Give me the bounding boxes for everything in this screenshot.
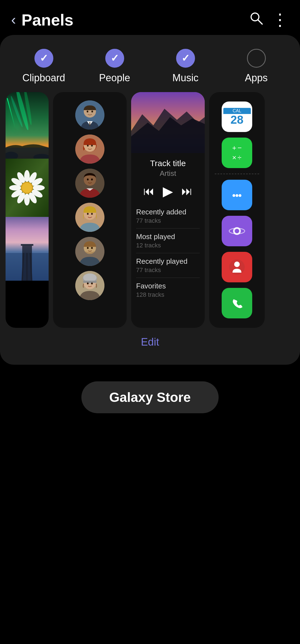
people-checkbox[interactable]: ✓ <box>105 49 124 68</box>
app-cut-icon[interactable] <box>222 252 252 282</box>
svg-point-57 <box>91 283 93 285</box>
people-label: People <box>99 72 130 84</box>
svg-point-49 <box>87 247 89 249</box>
apps-checkbox[interactable]: ✓ <box>247 49 266 68</box>
playlist-item-count: 12 tracks <box>136 242 200 249</box>
edit-button[interactable]: Edit <box>141 336 159 348</box>
calendar-header-text: CAL <box>232 108 241 113</box>
svg-point-23 <box>22 183 32 193</box>
galaxy-store-button[interactable]: Galaxy Store <box>81 381 218 413</box>
svg-point-65 <box>235 229 239 233</box>
music-artwork <box>131 92 205 153</box>
playlist-item[interactable]: Favorites 128 tracks <box>136 278 200 302</box>
playlist-item-title: Favorites <box>136 282 200 290</box>
northern-lights-image <box>6 92 49 159</box>
svg-point-10 <box>24 170 30 182</box>
playlist-item-title: Most played <box>136 232 200 241</box>
svg-line-1 <box>258 20 262 24</box>
calculator-symbols: +− ×÷ <box>232 144 242 162</box>
people-panel <box>53 92 127 328</box>
panels-container: ✓ Clipboard ✓ People ✓ Music ✓ Apps <box>0 35 300 365</box>
tab-music[interactable]: ✓ Music <box>158 49 213 84</box>
svg-point-37 <box>87 145 89 147</box>
music-playlist: Recently added 77 tracks Most played 12 … <box>131 204 205 328</box>
svg-point-61 <box>236 194 238 197</box>
svg-point-69 <box>229 295 245 311</box>
svg-point-56 <box>87 283 89 285</box>
music-label: Music <box>172 72 198 84</box>
svg-point-54 <box>83 273 97 282</box>
track-title: Track title <box>137 159 199 168</box>
music-checkbox[interactable]: ✓ <box>176 49 195 68</box>
svg-rect-8 <box>6 148 49 159</box>
svg-point-62 <box>239 194 241 197</box>
playlist-item-title: Recently added <box>136 208 200 216</box>
playlist-item[interactable]: Most played 12 tracks <box>136 228 200 253</box>
back-button[interactable]: ‹ <box>11 12 16 27</box>
app-calculator-icon[interactable]: +− ×÷ <box>222 138 252 168</box>
svg-point-34 <box>91 111 93 113</box>
track-artist: Artist <box>137 169 199 178</box>
avatar-5[interactable] <box>75 237 104 266</box>
svg-point-19 <box>9 185 21 191</box>
page-title: Panels <box>21 11 249 29</box>
avatar-6[interactable] <box>75 271 104 300</box>
svg-point-41 <box>87 179 89 181</box>
pier-image <box>6 217 49 281</box>
avatar-2[interactable] <box>75 135 104 164</box>
app-calendar-icon[interactable]: CAL 28 <box>222 102 252 132</box>
playlist-item-count: 128 tracks <box>136 291 200 298</box>
svg-point-38 <box>91 145 93 147</box>
tabs-row: ✓ Clipboard ✓ People ✓ Music ✓ Apps <box>0 46 300 92</box>
app-orbit-icon[interactable] <box>222 216 252 246</box>
tab-clipboard[interactable]: ✓ Clipboard <box>16 49 72 84</box>
svg-point-13 <box>32 185 45 191</box>
daisy-image <box>6 159 49 217</box>
svg-point-68 <box>234 262 240 267</box>
svg-point-42 <box>91 179 93 181</box>
calendar-date: 28 <box>231 114 244 126</box>
svg-point-50 <box>91 247 93 249</box>
svg-point-45 <box>87 213 89 215</box>
app-phone-icon[interactable] <box>222 288 252 318</box>
playlist-item[interactable]: Recently played 77 tracks <box>136 253 200 278</box>
next-button[interactable]: ⏭ <box>181 185 192 197</box>
check-icon: ✓ <box>111 52 119 64</box>
music-controls: ⏮ ▶ ⏭ <box>131 181 205 204</box>
panels-row: Track title Artist ⏮ ▶ ⏭ Recently added … <box>0 92 300 328</box>
clipboard-label: Clipboard <box>22 72 65 84</box>
check-icon: ✓ <box>40 52 48 64</box>
avatar-4[interactable] <box>75 203 104 232</box>
playlist-item-count: 77 tracks <box>136 267 200 274</box>
avatar-1[interactable] <box>75 100 104 130</box>
music-panel: Track title Artist ⏮ ▶ ⏭ Recently added … <box>131 92 205 328</box>
clipboard-panel <box>6 92 49 328</box>
svg-rect-27 <box>21 244 33 246</box>
tab-people[interactable]: ✓ People <box>87 49 142 84</box>
edit-section: Edit <box>0 328 300 351</box>
tab-apps[interactable]: ✓ Apps <box>229 49 284 84</box>
apps-label: Apps <box>245 72 268 84</box>
play-button[interactable]: ▶ <box>163 183 173 199</box>
apps-panel: CAL 28 +− ×÷ <box>209 92 265 328</box>
prev-button[interactable]: ⏮ <box>143 185 154 197</box>
clipboard-checkbox[interactable]: ✓ <box>34 49 53 68</box>
svg-rect-55 <box>83 281 97 283</box>
app-chat-icon[interactable] <box>222 180 252 210</box>
playlist-item[interactable]: Recently added 77 tracks <box>136 204 200 228</box>
svg-point-16 <box>24 193 30 206</box>
more-options-icon[interactable]: ⋮ <box>272 10 289 29</box>
playlist-item-count: 77 tracks <box>136 217 200 224</box>
svg-point-33 <box>87 111 88 113</box>
search-icon[interactable] <box>249 11 263 29</box>
apps-divider <box>215 174 259 174</box>
playlist-item-title: Recently played <box>136 257 200 266</box>
svg-point-60 <box>232 194 235 197</box>
avatar-3[interactable] <box>75 169 104 198</box>
check-icon: ✓ <box>181 52 190 64</box>
svg-point-46 <box>91 213 93 215</box>
music-info: Track title Artist <box>131 153 205 181</box>
header-actions: ⋮ <box>249 10 289 29</box>
header: ‹ Panels ⋮ <box>0 0 300 35</box>
galaxy-store-container: Galaxy Store <box>0 373 300 422</box>
